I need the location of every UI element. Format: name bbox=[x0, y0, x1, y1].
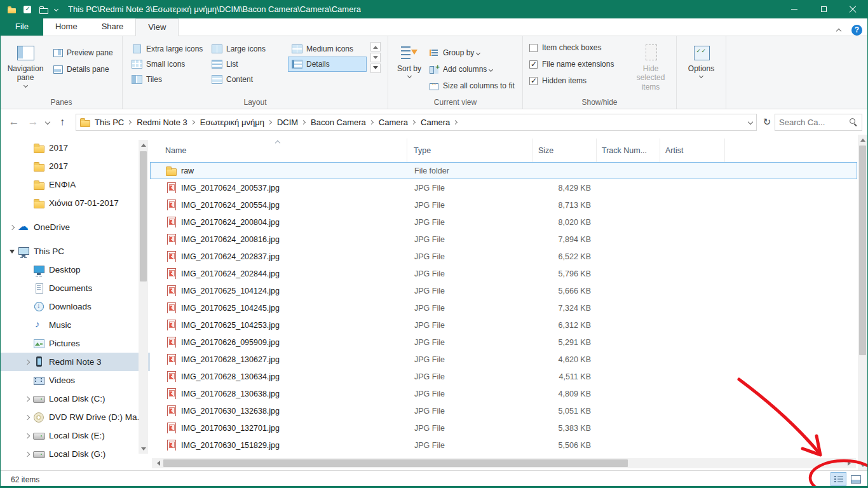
sidebar-scrollbar[interactable] bbox=[139, 140, 148, 454]
file-row[interactable]: raw File folder bbox=[150, 162, 857, 179]
sidebar-item[interactable]: Downloads bbox=[1, 297, 150, 316]
new-folder-icon[interactable] bbox=[39, 4, 49, 15]
breadcrumb-item[interactable]: Εσωτερική μνήμη bbox=[198, 116, 266, 128]
ribbon-checkbox[interactable]: Item check boxes bbox=[529, 42, 614, 53]
up-button[interactable] bbox=[53, 113, 72, 131]
sidebar-item[interactable]: Redmi Note 3 bbox=[1, 353, 150, 371]
file-row[interactable]: IMG_20170630_132638.jpg JPG File 5,051 K… bbox=[150, 402, 857, 419]
expander-icon[interactable] bbox=[22, 161, 32, 171]
ribbon-tab[interactable]: File bbox=[1, 18, 43, 36]
sidebar-item[interactable]: Documents bbox=[1, 279, 150, 297]
sidebar-item[interactable]: This PC bbox=[1, 242, 150, 261]
breadcrumb-item[interactable]: This PC bbox=[93, 116, 126, 128]
sidebar-item[interactable]: Pictures bbox=[1, 334, 150, 353]
sidebar-item[interactable]: Local Disk (G:) bbox=[1, 445, 150, 463]
vertical-scrollbar[interactable] bbox=[858, 135, 867, 470]
refresh-button[interactable] bbox=[759, 114, 775, 131]
search-icon[interactable] bbox=[849, 118, 858, 126]
expander-icon[interactable] bbox=[22, 143, 32, 152]
file-row[interactable]: IMG_20170625_104253.jpg JPG File 6,312 K… bbox=[150, 316, 857, 334]
breadcrumb-separator-icon[interactable] bbox=[369, 119, 374, 124]
thumbnails-view-button[interactable] bbox=[848, 472, 864, 486]
expander-icon[interactable] bbox=[22, 302, 32, 311]
expander-icon[interactable] bbox=[22, 394, 32, 403]
collapse-ribbon-button[interactable] bbox=[835, 22, 843, 37]
expander-icon[interactable] bbox=[22, 180, 32, 189]
breadcrumb-item[interactable]: Camera bbox=[377, 116, 410, 128]
sidebar-item[interactable]: 2017 bbox=[1, 139, 150, 157]
sidebar-item[interactable]: Local Disk (E:) bbox=[1, 426, 150, 445]
ribbon-checkbox[interactable]: File name extensions bbox=[529, 58, 614, 70]
scrollbar-thumb[interactable] bbox=[859, 146, 866, 355]
expander-icon[interactable] bbox=[22, 412, 32, 422]
layout-option[interactable]: Large icons bbox=[208, 41, 287, 57]
file-row[interactable]: IMG_20170625_104245.jpg JPG File 7,324 K… bbox=[150, 299, 857, 316]
gallery-more-button[interactable] bbox=[370, 64, 381, 73]
layout-option[interactable]: Medium icons bbox=[288, 41, 367, 57]
help-button[interactable] bbox=[851, 25, 862, 36]
expander-icon[interactable] bbox=[7, 247, 17, 256]
scroll-up-button[interactable] bbox=[139, 140, 148, 149]
breadcrumb-separator-icon[interactable] bbox=[411, 119, 416, 124]
expander-icon[interactable] bbox=[22, 449, 32, 459]
ribbon-tab[interactable]: View bbox=[135, 18, 179, 36]
add-columns-button[interactable]: Add columns bbox=[426, 62, 517, 76]
breadcrumb-separator-icon[interactable] bbox=[453, 119, 458, 124]
maximize-button[interactable] bbox=[809, 0, 838, 18]
expander-icon[interactable] bbox=[22, 265, 32, 274]
search-input[interactable] bbox=[779, 118, 849, 127]
file-row[interactable]: IMG_20170630_151829.jpg JPG File 5,506 K… bbox=[150, 437, 857, 454]
hide-selected-items-button[interactable]: Hide selected items bbox=[630, 40, 672, 92]
search-box[interactable] bbox=[775, 114, 862, 131]
sort-by-button[interactable]: Sort by bbox=[393, 40, 425, 93]
expander-icon[interactable] bbox=[22, 376, 32, 385]
expander-icon[interactable] bbox=[7, 222, 17, 232]
ribbon-tab[interactable]: Home bbox=[43, 18, 90, 36]
customize-quick-access-icon[interactable] bbox=[54, 7, 58, 11]
sidebar-item[interactable]: Videos bbox=[1, 371, 150, 390]
gallery-scroll-down-button[interactable] bbox=[370, 53, 381, 62]
forward-button[interactable] bbox=[24, 113, 43, 131]
close-button[interactable] bbox=[838, 0, 867, 18]
sidebar-item[interactable]: OneDrive bbox=[1, 218, 150, 236]
sidebar-item[interactable]: Music bbox=[1, 316, 150, 334]
scroll-down-button[interactable] bbox=[139, 444, 148, 454]
file-row[interactable]: IMG_20170630_132701.jpg JPG File 5,383 K… bbox=[150, 419, 857, 437]
breadcrumb-separator-icon[interactable] bbox=[268, 119, 272, 124]
options-button[interactable]: Options bbox=[681, 40, 722, 78]
address-dropdown-icon[interactable] bbox=[748, 119, 753, 125]
sidebar-item[interactable]: Local Disk (C:) bbox=[1, 390, 150, 408]
file-row[interactable]: IMG_20170624_200816.jpg JPG File 7,894 K… bbox=[150, 231, 857, 248]
file-row[interactable]: IMG_20170626_095909.jpg JPG File 5,291 K… bbox=[150, 334, 857, 351]
column-header-artist[interactable]: Artist bbox=[660, 139, 725, 162]
sidebar-item[interactable]: ΕΝΦΙΑ bbox=[1, 175, 150, 194]
scroll-up-button[interactable] bbox=[858, 135, 867, 144]
breadcrumb-separator-icon[interactable] bbox=[301, 119, 306, 124]
scroll-down-button[interactable] bbox=[858, 461, 867, 470]
file-row[interactable]: IMG_20170624_200804.jpg JPG File 8,020 K… bbox=[150, 214, 857, 231]
expander-icon[interactable] bbox=[22, 431, 32, 440]
expander-icon[interactable] bbox=[22, 357, 32, 367]
back-button[interactable] bbox=[4, 113, 24, 131]
column-header-name[interactable]: Name bbox=[150, 139, 407, 162]
breadcrumb-item[interactable]: Camera bbox=[419, 116, 452, 128]
details-pane-button[interactable]: Details pane bbox=[50, 62, 116, 76]
expander-icon[interactable] bbox=[22, 283, 32, 293]
expander-icon[interactable] bbox=[22, 198, 32, 208]
horizontal-scrollbar[interactable] bbox=[152, 458, 856, 468]
file-row[interactable]: IMG_20170624_200554.jpg JPG File 8,713 K… bbox=[150, 196, 857, 214]
file-row[interactable]: IMG_20170624_200537.jpg JPG File 8,429 K… bbox=[150, 179, 857, 196]
address-bar[interactable]: This PC Redmi Note 3 Εσωτερική μνήμη DCI… bbox=[76, 114, 757, 131]
column-header-type[interactable]: Type bbox=[407, 139, 533, 162]
file-row[interactable]: IMG_20170628_130634.jpg JPG File 4,511 K… bbox=[150, 368, 857, 385]
layout-option[interactable]: List bbox=[208, 57, 287, 72]
scrollbar-thumb[interactable] bbox=[140, 151, 147, 281]
breadcrumb-item[interactable]: Redmi Note 3 bbox=[135, 116, 189, 128]
gallery-scroll-up-button[interactable] bbox=[370, 42, 381, 51]
group-by-button[interactable]: Group by bbox=[426, 46, 517, 60]
ribbon-tab[interactable]: Share bbox=[90, 18, 136, 36]
sidebar-item[interactable]: DVD RW Drive (D:) Ma... bbox=[1, 408, 150, 426]
breadcrumb-separator-icon[interactable] bbox=[191, 119, 195, 124]
layout-option[interactable]: Small icons bbox=[128, 57, 207, 72]
expander-icon[interactable] bbox=[22, 339, 32, 348]
